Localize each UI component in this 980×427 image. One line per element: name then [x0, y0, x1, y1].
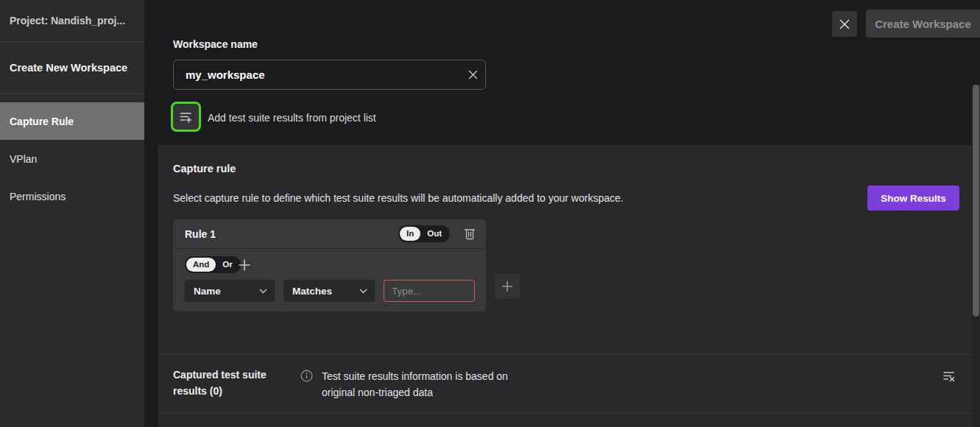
operator-select[interactable]: Matches	[283, 280, 375, 302]
rule-value-input[interactable]	[384, 280, 475, 302]
info-button[interactable]	[300, 370, 313, 382]
divider	[158, 413, 980, 414]
capture-rule-panel: Capture rule Select capture rule to defi…	[158, 145, 980, 427]
field-select[interactable]: Name	[185, 280, 275, 302]
rule-title: Rule 1	[185, 228, 216, 240]
trash-icon	[464, 227, 476, 240]
chevron-down-icon	[359, 289, 367, 294]
create-workspace-modal: Project: Nandish_proj... Create New Work…	[0, 0, 980, 427]
add-rule-button[interactable]	[495, 274, 520, 299]
clear-input-icon	[468, 70, 478, 80]
captured-results-info-text: Test suite results information is based …	[322, 368, 543, 400]
vertical-scrollbar-track[interactable]	[972, 85, 980, 427]
sidebar-item-capture-rule[interactable]: Capture Rule	[0, 102, 144, 140]
in-out-toggle-out[interactable]: Out	[420, 227, 448, 241]
sidebar-item-create-new-workspace[interactable]: Create New Workspace	[0, 42, 144, 94]
in-out-toggle-in[interactable]: In	[400, 227, 420, 241]
add-condition-button[interactable]	[236, 257, 253, 273]
add-test-suite-results-label: Add test suite results from project list	[208, 112, 376, 124]
playlist-add-icon	[179, 110, 193, 124]
sidebar: Project: Nandish_proj... Create New Work…	[0, 0, 144, 427]
close-button[interactable]	[832, 11, 857, 37]
plus-icon	[501, 280, 513, 292]
capture-rule-title: Capture rule	[173, 163, 236, 174]
sidebar-item-vplan[interactable]: VPlan	[0, 147, 144, 172]
and-or-toggle-and[interactable]: And	[186, 258, 216, 272]
show-results-button[interactable]: Show Results	[867, 186, 959, 211]
rule-card-header: Rule 1 In Out	[173, 219, 486, 249]
plus-icon	[238, 258, 251, 272]
divider	[158, 354, 980, 355]
workspace-name-field-wrap	[173, 60, 486, 90]
captured-results-label: Captured test suite results (0)	[173, 367, 287, 399]
delete-rule-button[interactable]	[464, 227, 476, 240]
project-label: Project: Nandish_proj...	[0, 0, 144, 42]
workspace-name-input[interactable]	[174, 68, 460, 81]
and-or-toggle[interactable]: And Or	[185, 256, 241, 273]
sidebar-item-permissions[interactable]: Permissions	[0, 184, 144, 209]
workspace-name-label: Workspace name	[173, 38, 258, 50]
clear-captured-results-button[interactable]	[940, 367, 958, 385]
vertical-scrollbar-thumb[interactable]	[973, 85, 979, 317]
rule-card-body: And Or Name Matches	[173, 249, 486, 311]
in-out-toggle[interactable]: In Out	[398, 225, 450, 242]
add-test-suite-results-button[interactable]	[171, 102, 201, 132]
capture-rule-description: Select capture rule to define which test…	[173, 192, 624, 204]
condition-row: Name Matches	[185, 280, 475, 302]
playlist-remove-icon	[942, 369, 956, 384]
info-icon	[300, 370, 313, 382]
create-workspace-button[interactable]: Create Workspace	[866, 10, 980, 38]
close-icon	[839, 19, 850, 29]
clear-input-button[interactable]	[460, 60, 485, 89]
chevron-down-icon	[259, 289, 267, 294]
rule-card: Rule 1 In Out	[173, 219, 486, 311]
